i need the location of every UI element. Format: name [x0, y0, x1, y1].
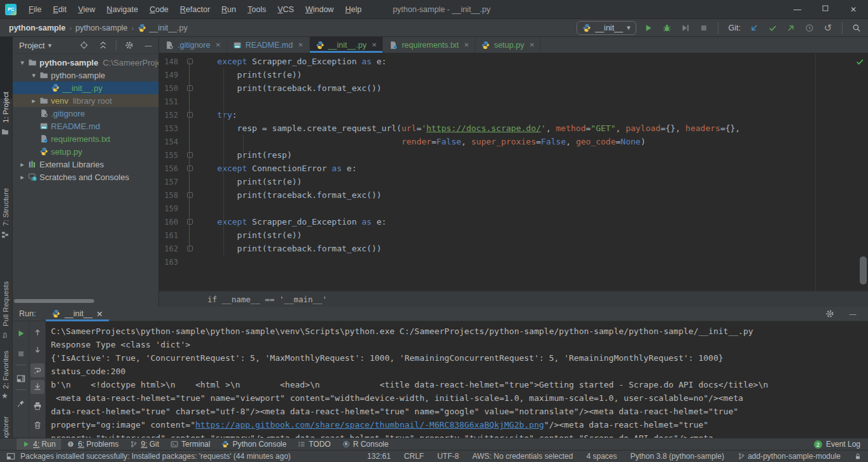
tool-window-button-6-problems[interactable]: 6: Problems: [61, 438, 124, 451]
stripe-7-structure[interactable]: 7: Structure: [2, 188, 10, 226]
debug-button[interactable]: [661, 21, 673, 35]
stripe-2-favorites[interactable]: 2: Favorites: [2, 351, 10, 389]
fold-marker-icon[interactable]: [187, 246, 193, 251]
tab-close-icon[interactable]: ✕: [464, 41, 469, 48]
tree-item--gitignore[interactable]: .gitignore: [13, 107, 158, 120]
tab-close-icon[interactable]: ✕: [298, 41, 303, 48]
scroll-to-end-button[interactable]: [31, 380, 45, 394]
fold-marker-icon[interactable]: [187, 192, 193, 198]
run-tab-close-icon[interactable]: ✕: [96, 309, 102, 319]
tree-item-external-libraries[interactable]: ▸External Libraries: [13, 158, 158, 171]
tree-item-setup-py[interactable]: setup.py: [13, 145, 158, 158]
menu-run[interactable]: Run: [216, 0, 242, 19]
project-horizontal-scrollbar[interactable]: [14, 299, 94, 303]
tool-window-toggle-icon[interactable]: [6, 452, 15, 461]
run-button[interactable]: [642, 21, 655, 35]
menu-file[interactable]: File: [23, 0, 47, 19]
tool-window-button-r-console[interactable]: RR Console: [337, 438, 395, 451]
run-configuration-selector[interactable]: __init__▾: [577, 21, 636, 35]
tab-close-icon[interactable]: ✕: [372, 41, 377, 48]
fold-marker-icon[interactable]: [187, 219, 193, 225]
fold-marker-icon[interactable]: [187, 85, 193, 91]
menu-help[interactable]: Help: [339, 0, 367, 19]
tree-chevron-icon[interactable]: ▸: [18, 161, 27, 168]
tree-item-scratches-and-consoles[interactable]: ▸Scratches and Consoles: [13, 171, 158, 183]
tree-chevron-icon[interactable]: ▸: [18, 174, 27, 181]
file-encoding[interactable]: UTF-8: [437, 452, 459, 461]
hide-run-panel-button[interactable]: —: [846, 307, 859, 321]
event-log-button[interactable]: 2 Event Log: [814, 440, 868, 449]
tab--gitignore[interactable]: .gitignore✕: [159, 37, 227, 53]
search-everywhere-button[interactable]: [850, 21, 863, 35]
tree-chevron-icon[interactable]: ▸: [29, 97, 38, 104]
soft-wrap-button[interactable]: [31, 363, 45, 377]
menu-refactor[interactable]: Refactor: [174, 0, 216, 19]
fold-marker-icon[interactable]: [187, 152, 193, 158]
maximize-button[interactable]: [821, 4, 830, 15]
git-branch-widget[interactable]: add-python-sample-module: [738, 452, 841, 461]
tab-close-icon[interactable]: ✕: [215, 41, 220, 48]
menu-view[interactable]: View: [73, 0, 101, 19]
run-tab[interactable]: __init__✕: [46, 307, 108, 321]
menu-navigate[interactable]: Navigate: [101, 0, 144, 19]
breadcrumb-item[interactable]: __init__.py: [137, 24, 187, 32]
caret-position[interactable]: 132:61: [367, 452, 391, 461]
menu-vcs[interactable]: VCS: [272, 0, 300, 19]
aws-credentials[interactable]: AWS: No credentials selected: [472, 452, 573, 461]
tree-item-python-sample[interactable]: ▾python-sampleC:\SameerProjects: [13, 56, 158, 69]
tree-item-venv[interactable]: ▸venvlibrary root: [13, 94, 158, 107]
tree-item--init-py[interactable]: __init__.py: [13, 81, 158, 94]
console-hyperlink[interactable]: https://app.gitbook.com/share/space/thum…: [195, 420, 544, 430]
git-update-button[interactable]: [748, 21, 760, 35]
run-settings-button[interactable]: [823, 307, 836, 321]
lock-icon[interactable]: [854, 452, 862, 460]
fold-marker-icon[interactable]: [187, 112, 193, 118]
fold-marker-icon[interactable]: [187, 165, 193, 171]
stop-button[interactable]: [697, 21, 710, 35]
tool-window-button-python-console[interactable]: Python Console: [216, 438, 292, 451]
menu-edit[interactable]: Edit: [47, 0, 73, 19]
menu-window[interactable]: Window: [300, 0, 339, 19]
stripe-pull-requests[interactable]: Pull Requests: [2, 281, 10, 326]
git-commit-button[interactable]: [766, 21, 779, 35]
stop-process-button[interactable]: [14, 347, 28, 361]
tree-chevron-icon[interactable]: ▾: [29, 72, 38, 79]
history-button[interactable]: [803, 21, 816, 35]
rollback-button[interactable]: ↺: [822, 21, 834, 35]
tool-window-button-todo[interactable]: TODO: [292, 438, 336, 451]
editor-area[interactable]: .gitignore✕MDREADME.md✕__init__.py✕requi…: [159, 37, 868, 307]
fold-marker-icon[interactable]: [187, 59, 193, 64]
menu-code[interactable]: Code: [144, 0, 174, 19]
print-console-button[interactable]: [31, 399, 45, 413]
prev-occurrence-button[interactable]: [31, 325, 45, 339]
minimize-button[interactable]: —: [793, 5, 802, 14]
tree-chevron-icon[interactable]: ▾: [18, 59, 27, 66]
tool-window-button-4-run[interactable]: 4: Run: [17, 438, 61, 451]
stripe-1-project[interactable]: 1: Project: [2, 92, 10, 123]
tab--init-py[interactable]: __init__.py✕: [310, 37, 384, 53]
tool-window-button-terminal[interactable]: Terminal: [165, 438, 216, 451]
tree-item-readme-md[interactable]: MDREADME.md: [13, 120, 158, 132]
project-view-selector[interactable]: Project▾: [19, 41, 52, 50]
locate-file-button[interactable]: [78, 38, 90, 52]
tab-requirements-txt[interactable]: requirements.txt✕: [383, 37, 475, 53]
pin-tab-button[interactable]: [14, 396, 28, 410]
run-with-coverage-button[interactable]: [679, 21, 692, 35]
menu-tools[interactable]: Tools: [242, 0, 272, 19]
collapse-all-button[interactable]: [97, 38, 109, 52]
tab-close-icon[interactable]: ✕: [529, 41, 535, 48]
tree-item-python-sample[interactable]: ▾python-sample: [13, 69, 158, 81]
tab-readme-md[interactable]: MDREADME.md✕: [227, 37, 310, 53]
inspections-ok-check-icon[interactable]: [855, 57, 864, 66]
clear-console-button[interactable]: [31, 418, 45, 432]
breadcrumb-item[interactable]: python-sample: [76, 24, 128, 32]
project-settings-button[interactable]: [123, 38, 136, 52]
close-window-button[interactable]: ✕: [849, 5, 858, 14]
line-separator[interactable]: CRLF: [404, 452, 424, 461]
python-interpreter[interactable]: Python 3.8 (python-sample): [630, 452, 724, 461]
editor-scrollbar[interactable]: [860, 256, 867, 284]
tool-window-button-9-git[interactable]: 9: Git: [124, 438, 165, 451]
tree-item-requirements-txt[interactable]: requirements.txt: [13, 132, 158, 145]
tab-setup-py[interactable]: setup.py✕: [475, 37, 541, 53]
next-occurrence-button[interactable]: [31, 343, 45, 357]
